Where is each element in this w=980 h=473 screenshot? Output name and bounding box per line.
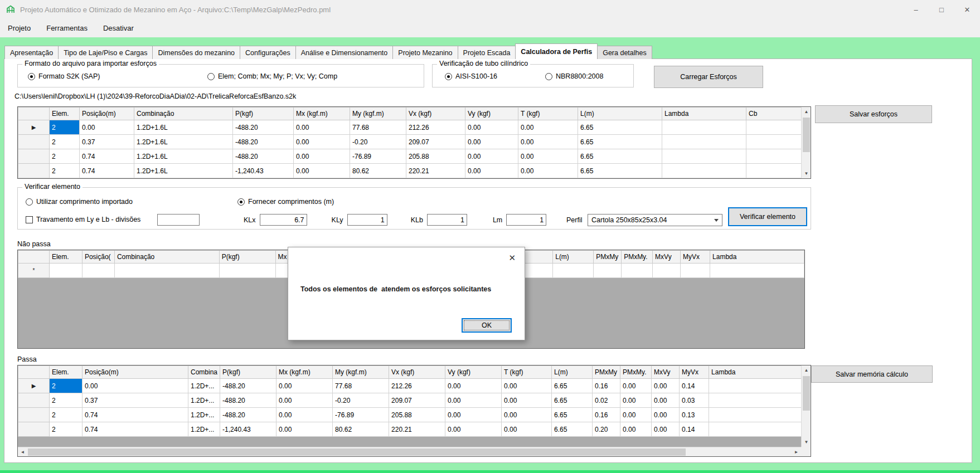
klb-input[interactable] [427,214,467,226]
cell[interactable]: -488.20 [220,379,276,393]
column-header[interactable]: P(kgf) [220,366,276,379]
column-header[interactable]: Elem. [50,366,83,379]
cell[interactable]: 1.2D+... [188,393,220,408]
scroll-up-icon[interactable]: ▲ [802,365,811,375]
cell[interactable]: 0.00 [620,422,652,437]
cell[interactable]: 0.00 [620,393,652,408]
cell[interactable] [709,379,802,393]
cell[interactable]: 1.2D+... [188,379,220,393]
cell[interactable] [82,264,114,278]
cell[interactable]: 209.07 [389,393,445,408]
tab-analise-dimensionamento[interactable]: Análise e Dimensionamento [295,46,394,59]
carregar-esforcos-button[interactable]: Carregar Esforços [654,66,763,88]
row-header[interactable] [18,393,50,408]
scroll-thumb[interactable] [803,118,810,152]
cell[interactable]: -488.20 [220,408,276,422]
cell[interactable]: 80.62 [350,164,406,178]
column-header[interactable]: Combina [188,366,220,379]
column-header[interactable]: MyVx [681,251,710,264]
cell[interactable]: 0.74 [83,408,188,422]
cell[interactable]: 0.00 [445,422,502,437]
cell[interactable]: 6.65 [578,149,662,164]
column-header[interactable]: T (kgf) [518,108,578,120]
row-header[interactable] [18,135,50,149]
column-header[interactable]: My (kgf.m) [350,108,406,120]
cell[interactable] [653,264,681,278]
lm-input[interactable] [506,214,546,226]
cell[interactable]: 0.00 [518,164,578,178]
radio-formato-s2k[interactable] [28,73,35,80]
cell[interactable]: 2 [50,135,80,149]
column-header[interactable]: P(kgf) [219,251,275,264]
cell[interactable] [622,264,653,278]
cell[interactable]: 0.00 [502,408,552,422]
cell[interactable]: 1.2D+1.6L [134,149,233,164]
tab-apresentacao[interactable]: Apresentação [4,46,59,59]
column-header[interactable]: PMxMy [594,251,622,264]
cell[interactable]: 6.65 [578,135,662,149]
cell[interactable]: -488.20 [220,393,276,408]
cell[interactable]: -1,240.43 [220,422,276,437]
radio-comprimento-importado[interactable] [26,198,33,206]
row-header[interactable] [18,149,50,164]
column-header[interactable]: Posição(m) [80,108,134,120]
cell[interactable]: 6.65 [578,164,662,178]
column-header[interactable]: L(m) [552,366,593,379]
scroll-right-icon[interactable]: ► [792,447,801,457]
column-header[interactable]: Combinação [114,251,219,264]
cell[interactable] [746,120,802,135]
cell[interactable]: 77.68 [350,120,406,135]
cell[interactable]: 0.00 [652,408,680,422]
cell[interactable]: -488.20 [233,135,294,149]
cell[interactable] [709,393,802,408]
column-header[interactable]: L(m) [578,108,662,120]
app-icon[interactable] [6,4,16,14]
cell[interactable]: 6.65 [552,408,593,422]
cell[interactable]: 6.65 [552,422,593,437]
cell[interactable]: 0.00 [80,120,134,135]
cell[interactable]: 6.65 [552,379,593,393]
column-header[interactable]: Mx (kgf.m) [294,108,350,120]
column-header[interactable]: Elem. [50,108,80,120]
cell[interactable]: 0.00 [83,379,188,393]
cell[interactable]: 0.00 [465,164,518,178]
cell[interactable] [709,422,802,437]
cell[interactable]: 0.00 [518,120,578,135]
cell[interactable]: 0.00 [294,120,350,135]
cell[interactable]: -1,240.43 [233,164,294,178]
cell[interactable]: 2 [50,149,80,164]
row-header[interactable] [18,422,50,437]
cell[interactable]: 0.00 [652,422,680,437]
column-header[interactable]: Elem. [49,251,82,264]
salvar-esforcos-button[interactable]: Salvar esforços [815,105,932,123]
column-header[interactable]: T (kgf) [502,366,552,379]
cell[interactable]: 205.88 [389,408,445,422]
salvar-memoria-button[interactable]: Salvar memória cálculo [811,365,933,383]
cell[interactable]: 0.00 [276,408,333,422]
cell[interactable]: 0.14 [680,422,709,437]
cell[interactable]: -0.20 [333,393,389,408]
cell[interactable]: 1.2D+1.6L [134,120,233,135]
cell[interactable]: 0.03 [680,393,709,408]
column-header[interactable]: MyVx [680,366,709,379]
column-header[interactable]: My (kgf.m) [333,366,389,379]
tab-projeto-mezanino[interactable]: Projeto Mezanino [392,46,458,59]
column-header[interactable]: Posição( [82,251,114,264]
cell[interactable] [114,264,219,278]
cell[interactable]: 1.2D+... [188,422,220,437]
scroll-thumb[interactable] [28,448,686,456]
travamento-checkbox[interactable] [26,216,33,223]
minimize-button[interactable]: – [903,0,929,19]
cell[interactable] [553,264,594,278]
column-header[interactable]: Vx (kgf) [389,366,445,379]
column-header[interactable]: Combinação [134,108,233,120]
column-header[interactable]: Mx (kgf.m) [276,366,333,379]
column-header[interactable]: Cb [746,108,802,120]
cell[interactable]: 0.00 [518,149,578,164]
cell[interactable]: 0.00 [445,379,502,393]
cell[interactable]: 0.00 [502,379,552,393]
cell[interactable]: 0.00 [276,393,333,408]
cell[interactable]: 0.13 [680,408,709,422]
scroll-thumb[interactable] [803,376,810,411]
cell[interactable]: 0.00 [502,422,552,437]
